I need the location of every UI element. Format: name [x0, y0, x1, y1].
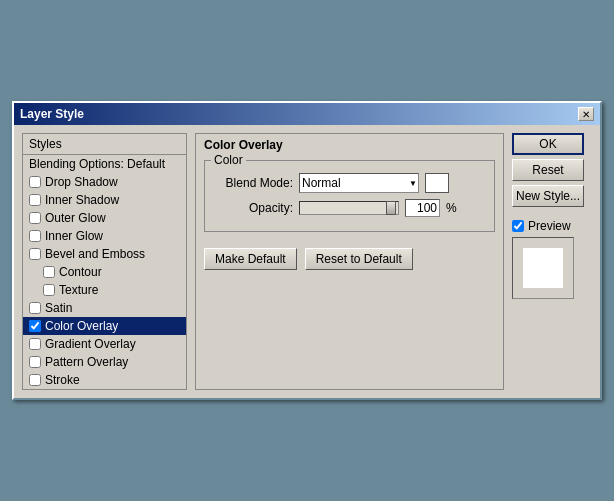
- sidebar-checkbox-stroke[interactable]: [29, 374, 41, 386]
- sidebar-item-inner-glow[interactable]: Inner Glow: [23, 227, 186, 245]
- blend-mode-select[interactable]: NormalDissolveMultiplyScreenOverlay: [299, 173, 419, 193]
- preview-checkbox[interactable]: [512, 220, 524, 232]
- right-panel: OK Reset New Style... Preview: [512, 133, 592, 390]
- sidebar-checkbox-drop-shadow[interactable]: [29, 176, 41, 188]
- preview-inner: [523, 248, 563, 288]
- sidebar-checkbox-satin[interactable]: [29, 302, 41, 314]
- reset-button[interactable]: Reset: [512, 159, 584, 181]
- sidebar-label-satin: Satin: [45, 301, 72, 315]
- sidebar-label-color-overlay: Color Overlay: [45, 319, 118, 333]
- sidebar-checkbox-inner-shadow[interactable]: [29, 194, 41, 206]
- sidebar-label-pattern-overlay: Pattern Overlay: [45, 355, 128, 369]
- make-default-button[interactable]: Make Default: [204, 248, 297, 270]
- sidebar: Styles Blending Options: DefaultDrop Sha…: [22, 133, 187, 390]
- sidebar-item-inner-shadow[interactable]: Inner Shadow: [23, 191, 186, 209]
- color-group-box: Color Blend Mode: NormalDissolveMultiply…: [204, 160, 495, 232]
- action-buttons: Make Default Reset to Default: [196, 244, 503, 274]
- sidebar-label-inner-glow: Inner Glow: [45, 229, 103, 243]
- panel-title: Color Overlay: [196, 134, 503, 154]
- sidebar-item-satin[interactable]: Satin: [23, 299, 186, 317]
- sidebar-label-drop-shadow: Drop Shadow: [45, 175, 118, 189]
- sidebar-label-inner-shadow: Inner Shadow: [45, 193, 119, 207]
- window-title: Layer Style: [20, 107, 84, 121]
- sidebar-item-bevel-emboss[interactable]: Bevel and Emboss: [23, 245, 186, 263]
- preview-box: [512, 237, 574, 299]
- blend-mode-row: Blend Mode: NormalDissolveMultiplyScreen…: [213, 173, 486, 193]
- sidebar-checkbox-contour[interactable]: [43, 266, 55, 278]
- opacity-input[interactable]: [405, 199, 440, 217]
- blend-mode-select-wrapper[interactable]: NormalDissolveMultiplyScreenOverlay: [299, 173, 419, 193]
- preview-area: Preview: [512, 219, 592, 299]
- sidebar-item-color-overlay[interactable]: Color Overlay: [23, 317, 186, 335]
- sidebar-checkbox-inner-glow[interactable]: [29, 230, 41, 242]
- reset-to-default-button[interactable]: Reset to Default: [305, 248, 413, 270]
- opacity-slider-thumb[interactable]: [386, 201, 396, 215]
- sidebar-item-outer-glow[interactable]: Outer Glow: [23, 209, 186, 227]
- sidebar-item-blending-options[interactable]: Blending Options: Default: [23, 155, 186, 173]
- new-style-button[interactable]: New Style...: [512, 185, 584, 207]
- main-content: Color Overlay Color Blend Mode: NormalDi…: [195, 133, 504, 390]
- sidebar-items-list: Blending Options: DefaultDrop ShadowInne…: [23, 155, 186, 389]
- layer-style-window: Layer Style ✕ Styles Blending Options: D…: [12, 101, 602, 400]
- sidebar-item-stroke[interactable]: Stroke: [23, 371, 186, 389]
- opacity-row: Opacity: %: [213, 199, 486, 217]
- opacity-label: Opacity:: [213, 201, 293, 215]
- sidebar-label-contour: Contour: [59, 265, 102, 279]
- group-box-label: Color: [211, 153, 246, 167]
- sidebar-label-blending-options: Blending Options: Default: [29, 157, 165, 171]
- sidebar-checkbox-gradient-overlay[interactable]: [29, 338, 41, 350]
- color-swatch[interactable]: [425, 173, 449, 193]
- sidebar-item-gradient-overlay[interactable]: Gradient Overlay: [23, 335, 186, 353]
- ok-button[interactable]: OK: [512, 133, 584, 155]
- opacity-slider-track[interactable]: [299, 201, 399, 215]
- sidebar-checkbox-pattern-overlay[interactable]: [29, 356, 41, 368]
- sidebar-item-pattern-overlay[interactable]: Pattern Overlay: [23, 353, 186, 371]
- sidebar-item-drop-shadow[interactable]: Drop Shadow: [23, 173, 186, 191]
- sidebar-checkbox-texture[interactable]: [43, 284, 55, 296]
- sidebar-label-texture: Texture: [59, 283, 98, 297]
- window-body: Styles Blending Options: DefaultDrop Sha…: [14, 125, 600, 398]
- sidebar-label-bevel-emboss: Bevel and Emboss: [45, 247, 145, 261]
- preview-label-row: Preview: [512, 219, 571, 233]
- panel-title-text: Color Overlay: [204, 138, 283, 152]
- sidebar-checkbox-color-overlay[interactable]: [29, 320, 41, 332]
- close-button[interactable]: ✕: [578, 107, 594, 121]
- sidebar-label-outer-glow: Outer Glow: [45, 211, 106, 225]
- sidebar-checkbox-outer-glow[interactable]: [29, 212, 41, 224]
- sidebar-label-gradient-overlay: Gradient Overlay: [45, 337, 136, 351]
- preview-label: Preview: [528, 219, 571, 233]
- title-bar: Layer Style ✕: [14, 103, 600, 125]
- sidebar-header: Styles: [23, 134, 186, 155]
- sidebar-label-stroke: Stroke: [45, 373, 80, 387]
- blend-mode-label: Blend Mode:: [213, 176, 293, 190]
- opacity-unit: %: [446, 201, 457, 215]
- sidebar-item-texture[interactable]: Texture: [23, 281, 186, 299]
- sidebar-item-contour[interactable]: Contour: [23, 263, 186, 281]
- content-panel: Color Overlay Color Blend Mode: NormalDi…: [195, 133, 504, 390]
- sidebar-checkbox-bevel-emboss[interactable]: [29, 248, 41, 260]
